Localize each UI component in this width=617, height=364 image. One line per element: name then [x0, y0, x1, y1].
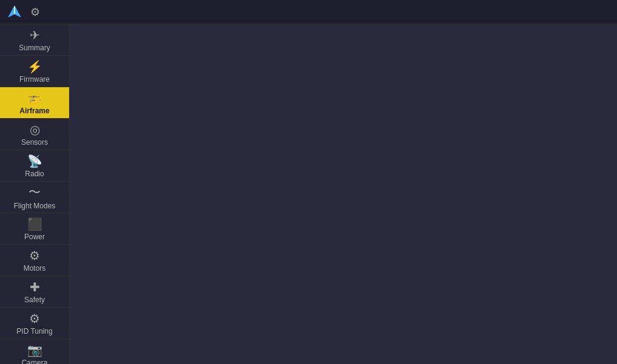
flight-modes-icon: 〜: [28, 184, 41, 200]
sensors-icon: ◎: [30, 122, 40, 137]
sidebar-label-pid-tuning: PID Tuning: [16, 327, 52, 336]
sidebar-item-summary[interactable]: ✈ Summary: [0, 24, 69, 56]
safety-icon: ✚: [30, 280, 40, 294]
app-header: ⚙: [0, 0, 617, 24]
sidebar-label-motors: Motors: [24, 264, 46, 273]
sidebar-label-sensors: Sensors: [21, 138, 48, 147]
sidebar-item-sensors[interactable]: ◎ Sensors: [0, 119, 69, 150]
firmware-icon: ⚡: [27, 59, 42, 74]
motors-icon: ⚙: [29, 248, 40, 263]
app-logo: [7, 5, 22, 19]
sidebar-label-summary: Summary: [19, 44, 50, 52]
sidebar-label-camera: Camera: [22, 359, 48, 365]
power-icon: ⬛: [27, 217, 42, 231]
sidebar-item-motors[interactable]: ⚙ Motors: [0, 245, 69, 276]
sidebar-label-safety: Safety: [24, 296, 45, 304]
sidebar-item-airframe[interactable]: 🚁 Airframe: [0, 87, 69, 119]
gear-icon: ⚙: [30, 5, 40, 19]
sidebar-item-pid-tuning[interactable]: ⚙ PID Tuning: [0, 308, 69, 339]
sidebar-label-power: Power: [24, 233, 45, 241]
camera-icon: 📷: [27, 343, 42, 357]
sidebar-label-flight-modes: Flight Modes: [14, 202, 56, 210]
sidebar-label-radio: Radio: [25, 170, 44, 178]
sidebar-label-firmware: Firmware: [19, 75, 50, 84]
vehicle-grid: [70, 24, 617, 364]
sidebar-item-camera[interactable]: 📷 Camera: [0, 339, 69, 364]
sidebar: ✈ Summary⚡ Firmware🚁 Airframe◎ Sensors📡 …: [0, 24, 70, 364]
main-layout: ✈ Summary⚡ Firmware🚁 Airframe◎ Sensors📡 …: [0, 24, 617, 364]
summary-icon: ✈: [30, 28, 40, 42]
sidebar-item-power[interactable]: ⬛ Power: [0, 213, 69, 245]
pid-tuning-icon: ⚙: [29, 311, 40, 326]
sidebar-item-safety[interactable]: ✚ Safety: [0, 276, 69, 308]
sidebar-item-firmware[interactable]: ⚡ Firmware: [0, 56, 69, 87]
airframe-icon: 🚁: [27, 91, 42, 105]
radio-icon: 📡: [27, 154, 42, 168]
sidebar-label-airframe: Airframe: [19, 107, 49, 115]
sidebar-item-flight-modes[interactable]: 〜 Flight Modes: [0, 182, 69, 213]
sidebar-item-radio[interactable]: 📡 Radio: [0, 150, 69, 182]
